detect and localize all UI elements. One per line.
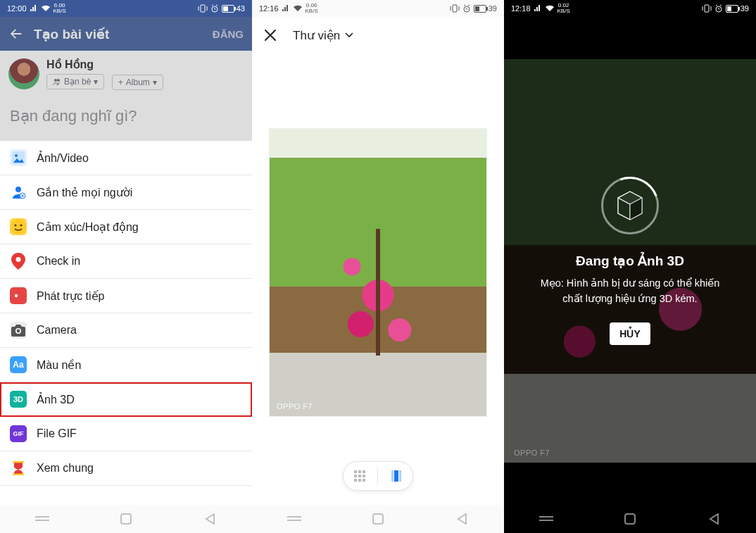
photo-watermark: OPPO F7 (277, 402, 313, 410)
album-selector[interactable]: + Album ▾ (112, 75, 163, 90)
close-icon[interactable] (263, 28, 277, 42)
svg-point-16 (15, 294, 18, 297)
svg-rect-44 (727, 6, 731, 11)
nav-recents[interactable] (25, 514, 60, 524)
option-feeling[interactable]: Cảm xúc/Hoạt động (0, 210, 252, 244)
compose-header: Tạo bài viết ĐĂNG (0, 17, 252, 51)
battery-icon (726, 5, 740, 13)
grid-view-button[interactable] (346, 470, 374, 482)
option-photo-3d[interactable]: 3DẢnh 3D (0, 382, 252, 417)
dimmed-compose-area: Tạo bài viết ĐĂNG Hồ Hồng Bạn bè ▾ + Alb… (0, 17, 252, 141)
library-header: Thư viện (252, 17, 504, 54)
option-checkin[interactable]: Check in (0, 244, 252, 279)
svg-point-11 (11, 219, 26, 234)
screen-library: 12:16 0.06KB/S 39 Thư viện OPPO F7 (252, 0, 504, 533)
battery-icon (474, 5, 488, 13)
svg-point-12 (14, 224, 16, 226)
option-label: Cảm xúc/Hoạt động (37, 220, 139, 234)
svg-rect-21 (121, 514, 131, 524)
svg-point-9 (15, 187, 21, 192)
checkin-icon (10, 253, 27, 270)
option-watch-party[interactable]: Xem chung (0, 451, 252, 486)
nav-home[interactable] (360, 513, 396, 525)
compose-placeholder[interactable]: Bạn đang nghĩ gì? (0, 97, 252, 141)
photo-thumbnail[interactable]: OPPO F7 (269, 128, 487, 417)
nav-home[interactable] (108, 513, 144, 525)
screen-create-post: 12:00 6.00KB/S 43 Tạo bài viết ĐĂNG Hồ H… (0, 0, 252, 533)
svg-rect-33 (354, 479, 357, 482)
friends-icon (53, 78, 61, 85)
option-background[interactable]: AaMàu nền (0, 348, 252, 382)
option-camera[interactable]: Camera (0, 313, 252, 348)
avatar[interactable] (8, 58, 39, 89)
audience-selector[interactable]: Bạn bè ▾ (46, 74, 104, 89)
signal-icon (30, 5, 38, 12)
system-nav-bar (252, 505, 504, 533)
nav-back[interactable] (444, 513, 479, 525)
nav-recents[interactable] (277, 514, 312, 524)
status-bar: 12:16 0.06KB/S 39 (252, 0, 504, 17)
compose-title: Tạo bài viết (34, 26, 203, 42)
processing-tip: Mẹo: Hình ảnh bị dư sáng có thể khiến ch… (504, 276, 756, 307)
live-icon (10, 287, 27, 304)
post-button[interactable]: ĐĂNG (213, 28, 244, 40)
svg-point-14 (16, 257, 21, 262)
alarm-icon (462, 4, 471, 13)
svg-rect-38 (399, 470, 401, 482)
option-photo-video[interactable]: Ảnh/Video (0, 141, 252, 175)
status-bar: 12:00 6.00KB/S 43 (0, 0, 252, 17)
option-tag-people[interactable]: Gắn thẻ mọi người (0, 175, 252, 210)
library-dropdown[interactable]: Thư viện (293, 28, 354, 43)
svg-rect-30 (354, 475, 357, 477)
svg-rect-34 (358, 479, 361, 482)
svg-rect-40 (705, 5, 709, 12)
single-icon (390, 470, 403, 482)
user-name: Hồ Hồng (46, 58, 163, 71)
svg-rect-29 (363, 470, 365, 473)
single-view-button[interactable] (382, 470, 410, 482)
option-label: Phát trực tiếp (37, 289, 104, 303)
back-icon[interactable] (8, 26, 24, 42)
svg-rect-45 (625, 514, 635, 524)
cancel-button[interactable]: HỦY (610, 322, 650, 345)
svg-rect-32 (363, 475, 365, 477)
vibrate-icon (450, 4, 460, 13)
plus-icon: + (118, 77, 123, 87)
option-label: Gắn thẻ mọi người (37, 186, 132, 199)
wifi-icon (293, 5, 303, 12)
alarm-icon (714, 4, 723, 13)
svg-point-13 (20, 224, 22, 226)
svg-rect-27 (354, 470, 357, 473)
gif-icon: GIF (10, 425, 27, 442)
processing-area: OPPO F7 Đang tạo Ảnh 3D Mẹo: Hình ảnh bị… (504, 17, 756, 505)
camera-icon (10, 322, 27, 339)
nav-back[interactable] (696, 513, 731, 525)
svg-point-18 (17, 330, 20, 333)
svg-rect-4 (223, 6, 228, 11)
svg-rect-26 (475, 6, 479, 11)
status-time: 12:18 (511, 4, 531, 13)
svg-rect-37 (394, 470, 398, 482)
svg-rect-31 (358, 475, 361, 477)
option-label: Camera (37, 324, 77, 337)
nav-recents[interactable] (529, 514, 564, 524)
watch-party-icon (10, 460, 27, 477)
option-live[interactable]: Phát trực tiếp (0, 279, 252, 313)
option-label: Màu nền (37, 358, 81, 372)
status-time: 12:16 (259, 4, 279, 13)
processing-title: Đang tạo Ảnh 3D (576, 253, 684, 269)
nav-home[interactable] (612, 513, 648, 525)
chevron-down-icon (344, 32, 354, 39)
wifi-icon (41, 5, 51, 12)
svg-rect-22 (453, 5, 457, 12)
view-mode-toggle (343, 461, 413, 491)
svg-rect-39 (373, 514, 383, 524)
battery-icon (222, 5, 236, 13)
svg-rect-25 (486, 7, 488, 11)
svg-rect-36 (391, 470, 393, 482)
nav-back[interactable] (192, 513, 227, 525)
option-label: Ảnh 3D (37, 393, 75, 406)
caret-down-icon: ▾ (94, 77, 98, 87)
option-gif[interactable]: GIFFile GIF (0, 417, 252, 451)
cube-icon (616, 190, 644, 221)
